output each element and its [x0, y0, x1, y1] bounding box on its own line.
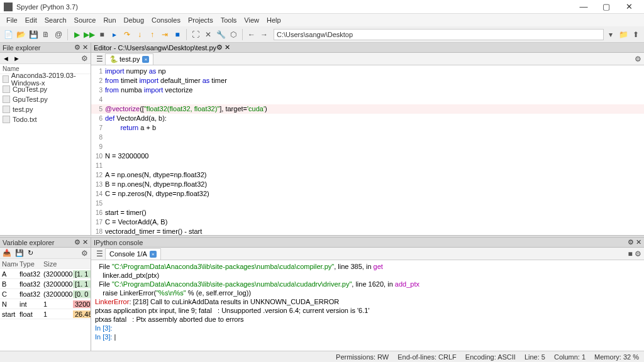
maximize-button[interactable]: ▢ [595, 2, 618, 11]
file-explorer-list[interactable]: Name Anaconda3-2019.03-Windows-xCpuTest.… [0, 64, 91, 235]
file-name: test.py [13, 106, 33, 113]
minimize-button[interactable]: — [572, 2, 595, 11]
console-output[interactable]: File "C:\ProgramData\Anaconda3\lib\site-… [91, 260, 644, 351]
menu-source[interactable]: Source [70, 16, 100, 24]
var-explorer-toolbar: 📥 💾 ↻ ⚙ [0, 248, 91, 259]
file-icon [3, 75, 9, 83]
pythonpath-icon[interactable]: ⬡ [228, 29, 239, 40]
step-out-icon[interactable]: ↑ [147, 29, 158, 40]
file-explorer-toolbar: ◄ ► ⚙ [0, 53, 91, 64]
editor-tabs: ☰ 🐍 test.py × ⚙ [91, 53, 644, 65]
fullscreen-icon[interactable]: ✕ [203, 29, 214, 40]
var-explorer-title: Variable explorer [3, 239, 54, 246]
ve-gear-icon[interactable]: ⚙ [81, 249, 88, 258]
file-item[interactable]: GpuTest.py [0, 94, 91, 104]
browse-dir-icon[interactable]: 📁 [618, 29, 629, 40]
pane-options-icon[interactable]: ⚙ ✕ [74, 43, 88, 52]
var-row[interactable]: Afloat32(32000000,)[1. 1 [0, 269, 91, 279]
file-name: GpuTest.py [13, 96, 48, 103]
var-row[interactable]: Cfloat32(32000000,)[0. 0 [0, 289, 91, 299]
menu-projects[interactable]: Projects [184, 16, 217, 24]
file-name: Anaconda3-2019.03-Windows-x [11, 72, 88, 87]
ve-refresh-icon[interactable]: ↻ [28, 249, 33, 257]
fe-fwd-icon[interactable]: ► [13, 55, 20, 62]
file-item[interactable]: Anaconda3-2019.03-Windows-x [0, 74, 91, 84]
status-line: Line: 5 [525, 353, 545, 361]
statusbar: Permissions: RW End-of-lines: CRLF Encod… [0, 351, 644, 362]
var-row[interactable]: Bfloat32(32000000,)[1. 1 [0, 279, 91, 289]
menu-view[interactable]: View [240, 16, 263, 24]
file-explorer-title: File explorer [3, 44, 41, 52]
forward-icon[interactable]: → [258, 29, 270, 40]
editor-path: Editor - C:\Users\sangw\Desktop\test.py [94, 44, 216, 52]
step-in-icon[interactable]: ↓ [134, 29, 145, 40]
var-row[interactable]: Nint13200 [0, 299, 91, 309]
console-pane-close[interactable]: ⚙ ✕ [628, 238, 641, 246]
console-tab[interactable]: Console 1/A × [105, 248, 161, 260]
menu-consoles[interactable]: Consoles [148, 16, 184, 24]
console-tab-label: Console 1/A [109, 250, 147, 258]
menubar: FileEditSearchSourceRunDebugConsolesProj… [0, 14, 644, 26]
file-icon [3, 96, 10, 103]
close-button[interactable]: ✕ [618, 2, 640, 11]
tab-list-icon[interactable]: ☰ [94, 53, 105, 65]
file-icon [3, 116, 10, 123]
fe-gear-icon[interactable]: ⚙ [81, 54, 88, 63]
console-tab-close-icon[interactable]: × [150, 251, 157, 258]
separator [242, 29, 243, 40]
status-memory: Memory: 32 % [594, 353, 639, 361]
maximize-pane-icon[interactable]: ⛶ [190, 29, 201, 40]
file-name: Todo.txt [13, 116, 37, 123]
editor-pane-close[interactable]: ⚙ ✕ [216, 43, 230, 52]
file-item[interactable]: test.py [0, 104, 91, 114]
at-icon[interactable]: @ [53, 29, 64, 40]
var-table[interactable]: NameTypeSizeAfloat32(32000000,)[1. 1Bflo… [0, 259, 91, 351]
stop-icon[interactable]: ■ [96, 29, 108, 40]
new-file-icon[interactable]: 📄 [3, 29, 14, 40]
status-permissions: Permissions: RW [336, 353, 389, 361]
console-tab-list-icon[interactable]: ☰ [94, 248, 105, 260]
fe-back-icon[interactable]: ◄ [3, 55, 9, 62]
console-stop-icon[interactable]: ■ ⚙ [628, 250, 641, 258]
save-icon[interactable]: 💾 [28, 29, 39, 40]
menu-run[interactable]: Run [99, 16, 119, 24]
titlebar: Spyder (Python 3.7) — ▢ ✕ [0, 0, 644, 14]
ve-import-icon[interactable]: 📥 [3, 249, 11, 257]
status-encoding: Encoding: ASCII [465, 353, 516, 361]
run-icon[interactable]: ▶ [71, 29, 82, 40]
dropdown-icon[interactable]: ▾ [605, 29, 616, 40]
window-title: Spyder (Python 3.7) [16, 3, 572, 11]
menu-help[interactable]: Help [263, 16, 285, 24]
file-icon [3, 85, 10, 93]
varex-pane-close[interactable]: ⚙ ✕ [74, 238, 88, 246]
ve-save-icon[interactable]: 💾 [15, 249, 24, 257]
var-explorer-header: Variable explorer ⚙ ✕ [0, 238, 91, 248]
file-icon [3, 106, 10, 113]
file-item[interactable]: Todo.txt [0, 114, 91, 124]
editor-tabs-gear-icon[interactable]: ⚙ [635, 55, 641, 63]
menu-edit[interactable]: Edit [21, 16, 41, 24]
tab-close-icon[interactable]: × [142, 56, 149, 63]
console-title: IPython console [94, 239, 143, 246]
tab-label: test.py [119, 55, 140, 63]
save-all-icon[interactable]: 🗎 [40, 29, 52, 40]
debug-icon[interactable]: ▸ [109, 29, 120, 40]
preferences-icon[interactable]: 🔧 [215, 29, 226, 40]
stop-debug-icon[interactable]: ■ [172, 29, 183, 40]
menu-file[interactable]: File [3, 16, 21, 24]
code-editor[interactable]: 1import numpy as np2from timeit import d… [91, 65, 644, 235]
status-column: Column: 1 [554, 353, 586, 361]
continue-icon[interactable]: ⇥ [159, 29, 170, 40]
parent-dir-icon[interactable]: ⬆ [630, 29, 641, 40]
run-cell-icon[interactable]: ▶▶ [84, 29, 95, 40]
var-row[interactable]: startfloat126.48 [0, 309, 91, 319]
back-icon[interactable]: ← [246, 29, 257, 40]
open-file-icon[interactable]: 📂 [15, 29, 26, 40]
working-dir-input[interactable]: C:\Users\sangw\Desktop [274, 29, 604, 40]
step-over-icon[interactable]: ↷ [121, 29, 133, 40]
menu-search[interactable]: Search [41, 16, 70, 24]
tab-test-py[interactable]: 🐍 test.py × [105, 53, 153, 65]
menu-debug[interactable]: Debug [120, 16, 148, 24]
file-name: CpuTest.py [13, 85, 47, 93]
menu-tools[interactable]: Tools [217, 16, 241, 24]
